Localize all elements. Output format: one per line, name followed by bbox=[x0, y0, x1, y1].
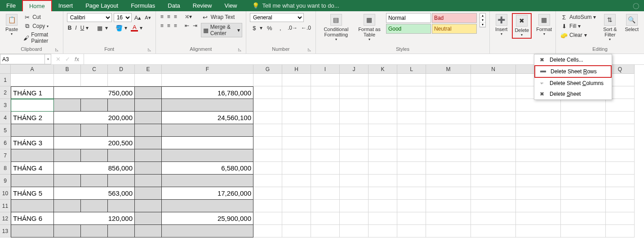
cell-E2[interactable] bbox=[135, 86, 162, 99]
tab-review[interactable]: Review bbox=[187, 0, 218, 11]
cell-G12[interactable] bbox=[253, 212, 282, 225]
row-header-3[interactable]: 3 bbox=[0, 99, 11, 112]
cell-O11[interactable] bbox=[516, 200, 561, 212]
cell-D9[interactable] bbox=[108, 175, 135, 187]
cell-N11[interactable] bbox=[471, 200, 516, 212]
cell-O7[interactable] bbox=[516, 149, 561, 162]
cell-G6[interactable] bbox=[253, 137, 282, 149]
col-header-E[interactable]: E bbox=[135, 65, 162, 74]
align-bottom-button[interactable]: ≡ bbox=[173, 13, 178, 20]
cell-A8[interactable]: THÁNG 4 bbox=[11, 162, 54, 175]
cell-K4[interactable] bbox=[369, 112, 397, 124]
cell-O10[interactable] bbox=[516, 187, 561, 200]
cell-Q4[interactable] bbox=[606, 112, 635, 124]
cell-H4[interactable] bbox=[282, 112, 311, 124]
cell-E9[interactable] bbox=[135, 175, 162, 187]
cell-D7[interactable] bbox=[108, 149, 135, 162]
cell-F5[interactable] bbox=[162, 124, 253, 137]
cell-E1[interactable] bbox=[135, 74, 162, 86]
clipboard-launcher-icon[interactable]: ◺ bbox=[55, 47, 58, 52]
menu-delete-sheet[interactable]: ✖Delete Sheet bbox=[534, 89, 612, 99]
cell-F10[interactable]: 17,260,000 bbox=[162, 187, 253, 200]
cell-C5[interactable] bbox=[81, 124, 108, 137]
cell-C2[interactable] bbox=[81, 86, 108, 99]
cell-J11[interactable] bbox=[340, 200, 369, 212]
cell-E4[interactable] bbox=[135, 112, 162, 124]
alignment-launcher-icon[interactable]: ◺ bbox=[238, 47, 241, 52]
cell-E6[interactable] bbox=[135, 137, 162, 149]
tell-me-search[interactable]: 💡 Tell me what you want to do... bbox=[252, 0, 339, 11]
cell-P11[interactable] bbox=[561, 200, 606, 212]
cell-F7[interactable] bbox=[162, 149, 253, 162]
cell-A9[interactable] bbox=[11, 175, 54, 187]
cell-D12[interactable]: 5,120,000 bbox=[108, 212, 135, 225]
cell-Q6[interactable] bbox=[606, 137, 635, 149]
number-launcher-icon[interactable]: ◺ bbox=[308, 47, 311, 52]
cell-B9[interactable] bbox=[54, 175, 81, 187]
increase-font-button[interactable]: A▴ bbox=[133, 14, 142, 22]
cell-N10[interactable] bbox=[471, 187, 516, 200]
align-top-button[interactable]: ≡ bbox=[160, 13, 164, 20]
cell-K3[interactable] bbox=[369, 99, 397, 112]
cell-E7[interactable] bbox=[135, 149, 162, 162]
gallery-down-icon[interactable]: ▾ bbox=[480, 18, 485, 22]
cell-I12[interactable] bbox=[311, 212, 340, 225]
cell-C3[interactable] bbox=[81, 99, 108, 112]
cell-D8[interactable]: 9,856,000 bbox=[108, 162, 135, 175]
row-header-4[interactable]: 4 bbox=[0, 112, 11, 124]
col-header-A[interactable]: A bbox=[11, 65, 54, 74]
cell-B11[interactable] bbox=[54, 200, 81, 212]
cell-E8[interactable] bbox=[135, 162, 162, 175]
cell-K12[interactable] bbox=[369, 212, 397, 225]
cell-J3[interactable] bbox=[340, 99, 369, 112]
cell-L3[interactable] bbox=[397, 99, 426, 112]
tab-formulas[interactable]: Formulas bbox=[124, 0, 161, 11]
cell-D1[interactable] bbox=[108, 74, 135, 86]
cell-Q3[interactable] bbox=[606, 99, 635, 112]
cell-N9[interactable] bbox=[471, 175, 516, 187]
style-normal[interactable]: Normal bbox=[386, 13, 431, 23]
cell-H3[interactable] bbox=[282, 99, 311, 112]
row-header-8[interactable]: 8 bbox=[0, 162, 11, 175]
cell-P4[interactable] bbox=[561, 112, 606, 124]
cell-K10[interactable] bbox=[369, 187, 397, 200]
cell-K5[interactable] bbox=[369, 124, 397, 137]
cell-H10[interactable] bbox=[282, 187, 311, 200]
cell-N1[interactable] bbox=[471, 74, 516, 86]
cell-B5[interactable] bbox=[54, 124, 81, 137]
cell-N5[interactable] bbox=[471, 124, 516, 137]
cell-J8[interactable] bbox=[340, 162, 369, 175]
cell-L13[interactable] bbox=[397, 225, 426, 238]
cell-L2[interactable] bbox=[397, 86, 426, 99]
cell-G10[interactable] bbox=[253, 187, 282, 200]
cell-E5[interactable] bbox=[135, 124, 162, 137]
cell-F11[interactable] bbox=[162, 200, 253, 212]
cell-F2[interactable]: 16,780,000 bbox=[162, 86, 253, 99]
cell-Q5[interactable] bbox=[606, 124, 635, 137]
col-header-J[interactable]: J bbox=[340, 65, 369, 74]
cell-A7[interactable] bbox=[11, 149, 54, 162]
cell-M1[interactable] bbox=[426, 74, 471, 86]
gallery-up-icon[interactable]: ▴ bbox=[480, 13, 485, 18]
cell-O9[interactable] bbox=[516, 175, 561, 187]
cell-C12[interactable] bbox=[81, 212, 108, 225]
cell-N13[interactable] bbox=[471, 225, 516, 238]
cell-G9[interactable] bbox=[253, 175, 282, 187]
cell-F8[interactable]: 6,580,000 bbox=[162, 162, 253, 175]
cell-B3[interactable] bbox=[54, 99, 81, 112]
cell-I2[interactable] bbox=[311, 86, 340, 99]
tab-home[interactable]: Home bbox=[22, 0, 52, 11]
row-header-10[interactable]: 10 bbox=[0, 187, 11, 200]
cell-O13[interactable] bbox=[516, 225, 561, 238]
cell-H11[interactable] bbox=[282, 200, 311, 212]
font-name-select[interactable]: Calibri bbox=[67, 13, 112, 22]
cell-O8[interactable] bbox=[516, 162, 561, 175]
find-select-button[interactable]: 🔍Select bbox=[623, 13, 640, 33]
cell-D4[interactable]: 15,200,000 bbox=[108, 112, 135, 124]
cell-A3[interactable] bbox=[11, 99, 54, 112]
cell-L4[interactable] bbox=[397, 112, 426, 124]
cell-B6[interactable] bbox=[54, 137, 81, 149]
cell-H12[interactable] bbox=[282, 212, 311, 225]
cell-A1[interactable] bbox=[11, 74, 54, 86]
cell-O4[interactable] bbox=[516, 112, 561, 124]
